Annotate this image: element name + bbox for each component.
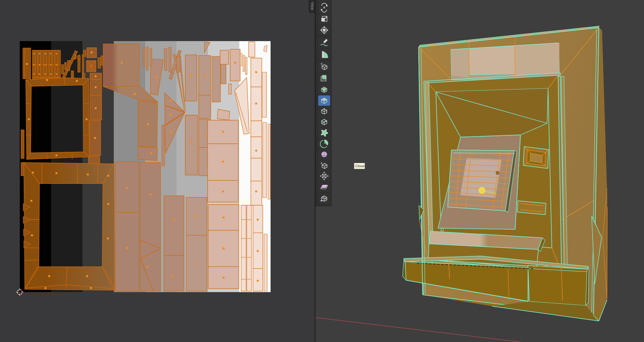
svg-text:View: View (310, 2, 314, 10)
